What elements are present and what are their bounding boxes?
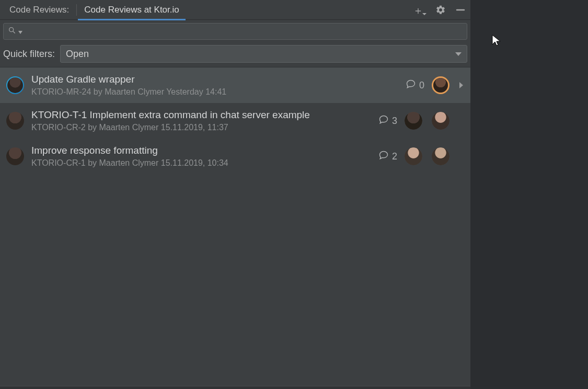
search-input[interactable] — [25, 27, 463, 36]
add-icon[interactable] — [415, 4, 426, 16]
code-reviews-panel: Code Reviews: Code Reviews at Ktor.io — [0, 0, 470, 389]
tab-active[interactable]: Code Reviews at Ktor.io — [78, 0, 185, 20]
review-title: Improve response formatting — [31, 145, 371, 156]
comments-number: 0 — [419, 80, 424, 91]
reviewer-avatar[interactable] — [432, 112, 449, 130]
review-row[interactable]: Update Gradle wrapper KTORIO-MR-24 by Ma… — [0, 67, 470, 103]
author-avatar — [6, 112, 24, 130]
reviewers — [432, 76, 449, 94]
quick-filters-selected: Open — [66, 49, 89, 60]
chevron-right-icon[interactable] — [457, 82, 465, 88]
tab-separator — [76, 4, 77, 16]
mouse-cursor-icon — [491, 34, 502, 47]
review-row[interactable]: KTORIO-T-1 Implement extra command in ch… — [0, 103, 470, 139]
reviewers — [405, 147, 449, 165]
comment-icon — [406, 79, 416, 92]
quick-filters-label: Quick filters: — [3, 49, 55, 60]
editor-area-empty — [470, 0, 588, 389]
review-row[interactable]: Improve response formatting KTORIO-CR-1 … — [0, 139, 470, 174]
quick-filters-select[interactable]: Open — [60, 45, 467, 63]
comments-count: 3 — [378, 115, 397, 128]
search-bar-wrap — [0, 20, 470, 42]
comments-count: 0 — [406, 79, 424, 92]
comments-number: 3 — [392, 116, 397, 127]
quick-filters-row: Quick filters: Open — [0, 42, 470, 67]
review-subtitle: KTORIO-CR-1 by Maarten Clymer 15.11.2019… — [31, 158, 371, 168]
reviewer-avatar[interactable] — [405, 147, 422, 165]
minimize-icon[interactable] — [455, 4, 466, 16]
search-icon — [8, 26, 16, 37]
reviewer-avatar[interactable] — [432, 76, 449, 94]
panel-header: Code Reviews: Code Reviews at Ktor.io — [0, 0, 470, 20]
search-bar[interactable] — [3, 23, 467, 40]
svg-point-0 — [9, 28, 14, 32]
review-list: Update Gradle wrapper KTORIO-MR-24 by Ma… — [0, 67, 470, 386]
gear-icon[interactable] — [435, 4, 446, 16]
comments-number: 2 — [392, 151, 397, 162]
review-title: KTORIO-T-1 Implement extra command in ch… — [31, 109, 371, 121]
author-avatar — [6, 76, 24, 94]
review-subtitle: KTORIO-CR-2 by Maarten Clymer 15.11.2019… — [31, 123, 371, 132]
comment-icon — [378, 150, 389, 163]
reviewer-avatar[interactable] — [405, 112, 422, 130]
comment-icon — [378, 115, 389, 128]
comments-count: 2 — [378, 150, 397, 163]
dropdown-caret-icon — [422, 13, 426, 15]
reviewer-avatar[interactable] — [432, 147, 449, 165]
review-title: Update Gradle wrapper — [31, 74, 398, 85]
author-avatar — [6, 147, 24, 165]
review-subtitle: KTORIO-MR-24 by Maarten Clymer Yesterday… — [31, 87, 398, 97]
chevron-down-icon — [455, 52, 462, 56]
tool-window-title[interactable]: Code Reviews: — [3, 0, 75, 20]
search-dropdown-caret-icon[interactable] — [18, 27, 22, 36]
panel-bottom-border — [0, 386, 470, 389]
reviewers — [405, 112, 449, 130]
